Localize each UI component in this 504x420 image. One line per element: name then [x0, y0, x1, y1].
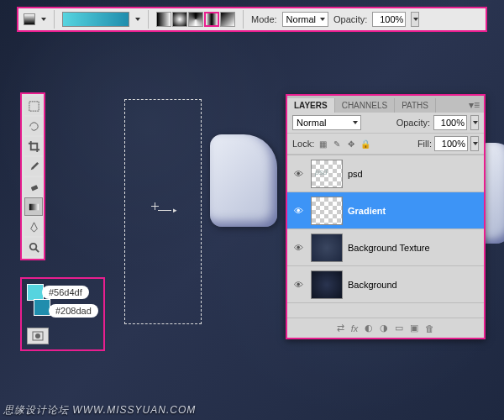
layer-thumbnail[interactable]: [311, 270, 343, 299]
layer-name[interactable]: Background Texture: [348, 243, 480, 253]
svg-rect-2: [29, 203, 38, 210]
color-swatch-top[interactable]: [27, 284, 44, 301]
layer-list: 👁 psd psd 👁 Gradient 👁 Background Textur…: [287, 155, 484, 318]
gradient-diamond-button[interactable]: [220, 12, 235, 27]
gradient-picker-dropdown-icon[interactable]: [135, 18, 140, 21]
panel-footer: ⇄ fx ◐ ◑ ▭ ▣ 🗑: [287, 318, 484, 338]
marquee-tool[interactable]: [24, 97, 43, 115]
lock-position-icon[interactable]: ✥: [345, 138, 357, 150]
layer-row[interactable]: 👁 Background Texture: [287, 228, 484, 265]
gradient-radial-button[interactable]: [172, 12, 187, 27]
svg-point-3: [29, 243, 36, 249]
opacity-flyout-icon[interactable]: [411, 12, 419, 27]
zoom-tool[interactable]: [24, 238, 43, 256]
layer-opacity-input[interactable]: 100%: [433, 115, 467, 130]
layer-mask-icon[interactable]: ◐: [365, 323, 373, 333]
layer-thumbnail[interactable]: psd: [311, 160, 343, 188]
blend-mode-dropdown[interactable]: Normal: [292, 115, 361, 130]
opacity-label: Opacity:: [333, 14, 367, 24]
opacity-input[interactable]: 100%: [372, 12, 406, 27]
pen-tool[interactable]: [24, 218, 43, 236]
svg-rect-0: [29, 101, 38, 110]
layer-name[interactable]: Background: [348, 280, 480, 290]
visibility-icon[interactable]: 👁: [291, 169, 306, 179]
swatch-dropdown-icon[interactable]: [41, 18, 46, 21]
panel-menu-icon[interactable]: ▾≡: [465, 97, 484, 113]
new-layer-icon[interactable]: ▣: [410, 323, 418, 333]
layer-group-icon[interactable]: ▭: [395, 323, 403, 333]
layer-fx-icon[interactable]: fx: [351, 323, 359, 333]
lock-label: Lock:: [292, 139, 314, 149]
canvas-3d-object: [210, 134, 277, 227]
brush-tool[interactable]: [24, 157, 43, 176]
fill-flyout-icon[interactable]: [470, 136, 479, 151]
lasso-tool[interactable]: [24, 117, 43, 135]
visibility-icon[interactable]: 👁: [291, 243, 306, 253]
gradient-type-group: [156, 12, 235, 27]
layer-row[interactable]: 👁 Gradient: [287, 192, 484, 228]
watermark: 思缘设计论坛 WWW.MISSYUAN.COM: [3, 403, 196, 417]
layer-name[interactable]: psd: [348, 169, 480, 179]
color-chips: #56d4df #208dad: [20, 277, 105, 351]
layer-opacity-flyout-icon[interactable]: [470, 115, 479, 130]
fill-input[interactable]: 100%: [434, 136, 468, 151]
lock-transparency-icon[interactable]: ▦: [317, 138, 328, 150]
layer-row[interactable]: 👁 Background: [287, 265, 484, 302]
color-chip-bottom: #208dad: [27, 304, 98, 318]
foreground-swatch[interactable]: [24, 13, 35, 25]
crop-tool[interactable]: [24, 137, 43, 155]
gradient-tool[interactable]: [24, 197, 43, 216]
fill-label: Fill:: [417, 139, 432, 149]
panel-tabs: LAYERS CHANNELS PATHS ▾≡: [287, 96, 484, 113]
layer-name[interactable]: Gradient: [348, 206, 480, 216]
gradient-linear-button[interactable]: [156, 12, 171, 27]
tab-channels[interactable]: CHANNELS: [335, 98, 395, 113]
color-chip-top: #56d4df: [27, 284, 98, 301]
mode-dropdown[interactable]: Normal: [282, 12, 328, 27]
layer-opacity-label: Opacity:: [396, 118, 430, 128]
delete-layer-icon[interactable]: 🗑: [425, 323, 434, 333]
tab-paths[interactable]: PATHS: [395, 98, 436, 113]
adjustment-layer-icon[interactable]: ◑: [380, 323, 388, 333]
svg-line-4: [35, 249, 39, 252]
color-swatch-bottom[interactable]: [34, 299, 50, 316]
link-layers-icon[interactable]: ⇄: [337, 323, 344, 333]
color-label-bottom: #208dad: [49, 304, 98, 318]
gradient-preview[interactable]: [62, 12, 129, 27]
svg-point-6: [35, 333, 40, 339]
toolbox: [20, 92, 45, 260]
layer-row[interactable]: 👁 psd psd: [287, 155, 484, 192]
color-label-top: #56d4df: [42, 286, 89, 299]
eraser-tool[interactable]: [24, 177, 43, 196]
quickmask-button[interactable]: [27, 328, 49, 344]
gradient-angle-button[interactable]: [188, 12, 203, 27]
lock-all-icon[interactable]: 🔒: [360, 138, 371, 150]
layer-thumbnail[interactable]: [311, 197, 343, 225]
mode-label: Mode:: [251, 14, 277, 24]
gradient-drag-indicator: ▸: [158, 206, 177, 214]
visibility-icon[interactable]: 👁: [291, 206, 306, 216]
gradient-options-bar: Mode: Normal Opacity: 100%: [17, 7, 487, 32]
tab-layers[interactable]: LAYERS: [287, 98, 335, 113]
layer-thumbnail[interactable]: [311, 234, 343, 262]
gradient-reflected-button[interactable]: [204, 12, 219, 27]
visibility-icon[interactable]: 👁: [291, 280, 306, 290]
lock-pixels-icon[interactable]: ✎: [331, 138, 343, 150]
layers-panel: LAYERS CHANNELS PATHS ▾≡ Normal Opacity:…: [286, 94, 486, 339]
svg-rect-1: [30, 185, 38, 191]
